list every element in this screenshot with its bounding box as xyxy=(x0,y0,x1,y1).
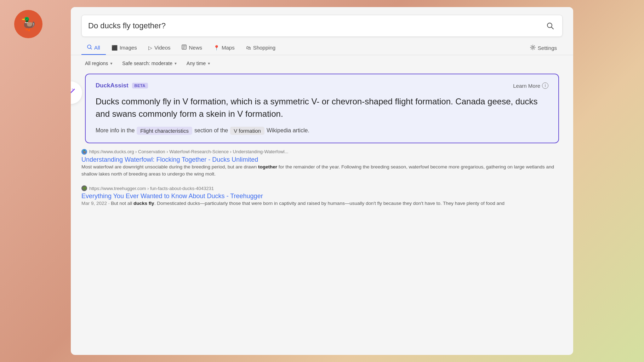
tab-images-label: Images xyxy=(120,45,137,51)
ddg-logo[interactable]: 🦆 xyxy=(14,10,42,38)
tab-maps-label: Maps xyxy=(222,45,235,51)
filter-bar: All regions ▼ Safe search: moderate ▼ An… xyxy=(71,55,573,71)
search-results: 🦆 https://www.ducks.org › Conservation ›… xyxy=(71,149,573,207)
duckassist-label: DuckAssist xyxy=(96,82,129,89)
main-panel: All ⬛ Images ▷ Videos News 📍 Maps xyxy=(71,7,573,355)
region-filter-label: All regions xyxy=(85,61,108,66)
flight-characteristics-tag[interactable]: Flight characteristics xyxy=(137,127,192,135)
settings-label: Settings xyxy=(538,45,557,51)
wand-icon-container: ✦ ✦ ✦ xyxy=(71,81,82,104)
maps-icon: 📍 xyxy=(213,45,220,51)
duckassist-header: DuckAssist BETA Learn More i xyxy=(96,82,548,89)
shopping-icon: 🛍 xyxy=(246,45,251,51)
safe-search-chevron-icon: ▼ xyxy=(174,62,177,65)
tab-all-label: All xyxy=(94,45,100,51)
footer-prefix: More info in the xyxy=(96,127,135,134)
tab-news-label: News xyxy=(189,45,202,51)
svg-line-3 xyxy=(91,48,92,50)
result-snippet: Mar 9, 2022 · But not all ducks fly. Dom… xyxy=(81,200,563,207)
magic-wand-icon: ✦ ✦ ✦ xyxy=(71,87,76,98)
videos-icon: ▷ xyxy=(148,45,152,51)
tab-videos-label: Videos xyxy=(154,45,171,51)
beta-badge: BETA xyxy=(132,83,148,88)
tab-images[interactable]: ⬛ Images xyxy=(106,41,143,55)
footer-suffix: Wikipedia article. xyxy=(267,127,309,134)
search-icon xyxy=(546,22,554,30)
all-icon xyxy=(87,45,92,51)
region-chevron-icon: ▼ xyxy=(109,62,113,65)
settings-button[interactable]: Settings xyxy=(524,41,563,55)
tab-maps[interactable]: 📍 Maps xyxy=(208,41,240,55)
result-title[interactable]: Understanding Waterfowl: Flocking Togeth… xyxy=(81,156,258,163)
svg-line-1 xyxy=(552,27,554,29)
time-filter-label: Any time xyxy=(187,61,206,66)
search-input[interactable] xyxy=(88,21,540,30)
table-row: 🦆 https://www.ducks.org › Conservation ›… xyxy=(81,149,563,178)
favicon: 🌿 xyxy=(81,185,87,191)
tab-videos[interactable]: ▷ Videos xyxy=(143,41,176,55)
duckassist-card: DuckAssist BETA Learn More i Ducks commo… xyxy=(85,74,559,143)
v-formation-tag[interactable]: V formation xyxy=(230,127,264,135)
time-filter[interactable]: Any time ▼ xyxy=(183,59,214,68)
table-row: 🌿 https://www.treehugger.com › fun-facts… xyxy=(81,185,563,207)
tab-shopping-label: Shopping xyxy=(253,45,275,51)
time-chevron-icon: ▼ xyxy=(207,62,211,65)
duckassist-body: Ducks commonly fly in V formation, which… xyxy=(96,96,548,120)
safe-search-filter[interactable]: Safe search: moderate ▼ xyxy=(119,59,181,68)
search-button[interactable] xyxy=(545,20,556,31)
news-icon xyxy=(182,45,187,51)
result-title[interactable]: Everything You Ever Wanted to Know About… xyxy=(81,193,263,200)
result-url-line: 🌿 https://www.treehugger.com › fun-facts… xyxy=(81,185,563,191)
result-snippet: Most waterfowl are downright unsociable … xyxy=(81,163,563,178)
info-icon[interactable]: i xyxy=(542,82,548,89)
result-url: https://www.treehugger.com › fun-facts-a… xyxy=(89,186,214,191)
images-icon: ⬛ xyxy=(112,45,118,51)
safe-search-label: Safe search: moderate xyxy=(122,61,172,66)
result-url: https://www.ducks.org › Conservation › W… xyxy=(89,149,289,154)
svg-point-8 xyxy=(532,47,534,48)
duck-emoji: 🦆 xyxy=(21,17,36,31)
footer-middle: section of the xyxy=(194,127,228,134)
learn-more-button[interactable]: Learn More i xyxy=(513,82,548,89)
favicon: 🦆 xyxy=(81,149,87,155)
result-date: Mar 9, 2022 xyxy=(81,201,107,206)
result-url-line: 🦆 https://www.ducks.org › Conservation ›… xyxy=(81,149,563,155)
region-filter[interactable]: All regions ▼ xyxy=(81,59,116,68)
learn-more-label: Learn More xyxy=(513,83,540,89)
nav-tabs: All ⬛ Images ▷ Videos News 📍 Maps xyxy=(71,37,573,55)
duckassist-footer: More info in the Flight characteristics … xyxy=(96,127,548,135)
duckassist-title-area: DuckAssist BETA xyxy=(96,82,148,89)
tab-all[interactable]: All xyxy=(81,41,106,55)
tab-news[interactable]: News xyxy=(176,41,208,55)
search-bar xyxy=(81,15,563,37)
settings-icon xyxy=(530,45,536,51)
duckassist-section: ✦ ✦ ✦ DuckAssist BETA Learn More i xyxy=(78,74,566,143)
tab-shopping[interactable]: 🛍 Shopping xyxy=(240,41,281,55)
search-bar-container xyxy=(71,7,573,37)
